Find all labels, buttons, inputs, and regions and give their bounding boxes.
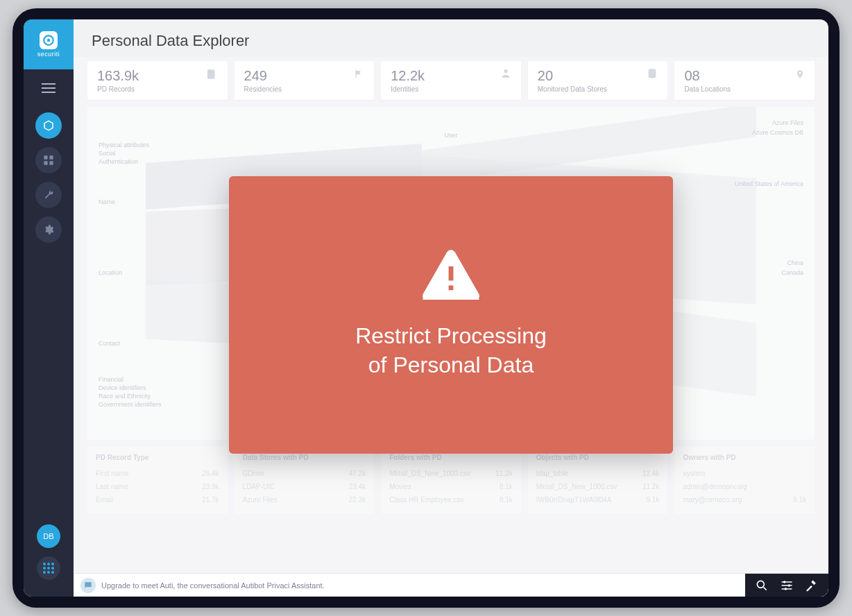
person-icon [500,68,511,82]
table-row: Mktall_DS_New_1000.csv11.2k [389,467,513,480]
metric-card-data-stores[interactable]: 20 Monitored Data Stores [528,61,668,100]
table-row: system [683,467,806,480]
metric-label: Identities [391,85,425,93]
table-row: Last name23.9k [96,480,219,493]
metrics-row: 163.9k PD Records 249 Residencies [87,61,815,100]
column-header: PD Record Type [96,454,219,461]
table-row: LDAP-UIC23.4k [243,480,366,493]
app-screen: securiti [24,19,828,597]
svg-rect-6 [207,69,215,79]
tablet-frame: securiti [12,8,840,608]
table-row: GDrive47.2k [243,467,366,480]
svg-point-14 [785,588,787,590]
wrench-icon [43,189,54,200]
apps-grid-icon[interactable] [37,556,60,580]
database-icon [647,68,658,82]
sidebar: securiti [24,19,74,597]
app-body: securiti [24,19,828,597]
warning-icon [423,250,479,302]
column-header: Objects with PD [536,454,660,461]
table-row: admin@demosrv.org [683,480,806,493]
sidebar-item-explorer[interactable] [35,112,62,139]
svg-rect-2 [44,155,47,159]
sankey-right-labels: Azure Files Azure Cosmos DB United State… [735,119,803,276]
svg-point-7 [504,69,507,73]
metric-value: 163.9k [97,68,139,84]
sankey-left-labels: Physical attributes Social Authenticatio… [99,142,162,409]
metric-value: 08 [684,68,731,84]
column-header: Owners with PD [683,454,806,461]
restrict-processing-modal[interactable]: Restrict Processing of Personal Data [229,176,673,454]
user-avatar[interactable]: DB [37,524,60,548]
bottom-toolbar [745,574,828,597]
bottom-tables: PD Record Type First name26.4k Last name… [87,447,815,513]
svg-point-11 [757,581,764,588]
column-header: Folders with PD [389,454,513,461]
bottom-bar: Upgrade to meet Auti, the conversational… [74,573,828,597]
svg-point-8 [649,69,656,71]
brand-logo-icon [40,31,58,49]
table-row: ldap_table12.4k [536,467,660,480]
table-row: Mktall_DS_New_1000.csv11.2k [536,480,660,493]
sidebar-item-settings[interactable] [35,216,62,243]
sliders-icon[interactable] [780,579,794,592]
sidebar-item-dashboard[interactable] [35,147,62,173]
assistant-upgrade-message: Upgrade to meet Auti, the conversational… [101,581,745,590]
grid-icon [43,155,54,166]
metric-card-residencies[interactable]: 249 Residencies [235,61,375,100]
svg-point-12 [783,581,785,583]
table-row: Class HR Employee.csv8.1k [389,493,513,506]
table-objects[interactable]: Objects with PD ldap_table12.4k Mktall_D… [528,447,668,513]
column-header: Data Stores with PD [243,454,366,461]
metric-value: 249 [244,68,282,84]
table-row: First name26.4k [96,467,219,480]
sidebar-bottom: DB [37,524,60,580]
cube-icon [42,119,55,132]
metric-card-locations[interactable]: 08 Data Locations [674,61,815,100]
svg-rect-5 [49,161,53,164]
svg-point-1 [47,39,51,42]
sidebar-nav [35,112,62,243]
table-folders[interactable]: Folders with PD Mktall_DS_New_1000.csv11… [381,447,521,513]
sidebar-item-tools[interactable] [35,182,62,208]
table-owners[interactable]: Owners with PD system admin@demosrv.org … [674,447,815,513]
metric-card-identities[interactable]: 12.2k Identities [381,61,521,100]
gear-icon [43,224,54,235]
chat-bubble-icon[interactable] [80,578,96,593]
flag-icon [353,68,364,82]
metric-label: Monitored Data Stores [538,85,607,93]
table-row: Movies8.1k [389,480,513,493]
records-icon [205,68,218,83]
table-data-stores[interactable]: Data Stores with PD GDrive47.2k LDAP-UIC… [235,447,375,513]
metric-label: Residencies [244,85,282,93]
table-row: Azure Files22.3k [243,493,366,506]
svg-rect-3 [49,155,53,159]
metric-label: Data Locations [684,85,731,93]
map-pin-icon [795,68,805,83]
metric-value: 20 [538,68,607,84]
metric-label: PD Records [97,85,139,93]
metric-value: 12.2k [391,68,425,84]
brand-name: securiti [37,51,60,58]
brand-block[interactable]: securiti [24,19,74,69]
hamburger-menu-icon[interactable] [41,82,56,94]
table-row: mary@cemeco.org9.1k [683,493,806,506]
metric-card-pd-records[interactable]: 163.9k PD Records [87,61,228,100]
svg-rect-4 [44,161,47,164]
hammer-icon[interactable] [805,579,819,592]
modal-title: Restrict Processing of Personal Data [355,322,547,379]
table-row: IWB0rrDnapT1WA0f04A9.1k [536,493,660,506]
table-row: Email21.7k [96,493,219,506]
page-title: Personal Data Explorer [74,19,828,57]
sankey-mid-label: User [444,132,457,139]
search-icon[interactable] [755,579,769,592]
main: Personal Data Explorer 163.9k PD Records [74,19,828,597]
table-pd-record-type[interactable]: PD Record Type First name26.4k Last name… [87,447,228,513]
content-area: 163.9k PD Records 249 Residencies [74,57,828,573]
svg-point-13 [788,584,790,586]
